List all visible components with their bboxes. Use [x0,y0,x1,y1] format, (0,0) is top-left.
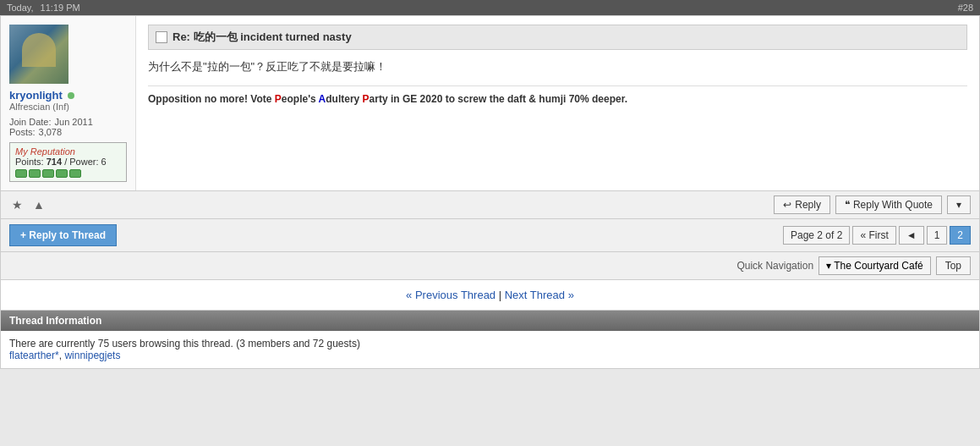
quote-icon: ❝ [845,199,850,211]
page-1-button[interactable]: 1 [927,226,948,245]
avatar-image [9,25,68,84]
reply-arrow-icon: ↩ [783,199,791,211]
time-display: 11:19 PM [41,3,80,13]
post-number: #28 [958,3,973,13]
user1-link[interactable]: flatearther* [9,350,59,361]
document-icon [156,31,167,43]
bottom-nav: + Reply to Thread Page 2 of 2 « First ◄ … [0,219,980,252]
posts-value: 3,078 [39,127,63,137]
post-actions-right: ↩ Reply ❝ Reply With Quote ▾ [774,195,971,214]
quick-nav: Quick Navigation ▾ The Courtyard Café To… [0,252,980,280]
page-of-label: Page 2 of 2 [791,229,842,241]
user-stats: Join Date: Jun 2011 Posts: 3,078 [9,117,127,137]
next-thread-link[interactable]: Next Thread » [505,289,574,301]
rep-points-row: Points: 714 / Power: 6 [15,157,121,167]
user-sidebar: kryonlight Alfrescian (Inf) Join Date: J… [1,16,136,190]
join-date-value: Jun 2011 [55,117,93,127]
thread-info-body: There are currently 75 users browsing th… [1,331,979,368]
sig-dultery: dultery [326,93,362,105]
sig-a: A [319,93,326,105]
quick-nav-label: Quick Navigation [736,260,813,272]
points-value: 714 [47,157,62,167]
top-bar: Today, 11:19 PM #28 [0,0,980,15]
rep-dots [15,169,121,178]
post-content: Re: 吃的一包 incident turned nasty 为什么不是"拉的一… [136,16,979,190]
post-title: Re: 吃的一包 incident turned nasty [172,30,352,45]
rep-dot-4 [56,169,68,178]
reply-label: Reply [795,199,821,211]
post-actions-bar: ★ ▲ ↩ Reply ❝ Reply With Quote ▾ [1,190,979,218]
thread-nav: « Previous Thread | Next Thread » [0,280,980,311]
quick-nav-dropdown-button[interactable]: ▾ The Courtyard Café [818,256,931,275]
sig-p1: P [275,93,282,105]
post-title-bar: Re: 吃的一包 incident turned nasty [148,25,967,50]
courtyard-cafe-label: ▾ The Courtyard Café [826,260,923,272]
previous-thread-link[interactable]: « Previous Thread [406,289,495,301]
reply-button[interactable]: ↩ Reply [774,195,830,214]
top-button[interactable]: Top [936,256,971,275]
reputation-box: My Reputation Points: 714 / Power: 6 [9,142,127,182]
post-text-main: 为什么不是"拉的一包"？反正吃了不就是要拉嘛！ [148,58,967,75]
page-2-button[interactable]: 2 [950,226,971,245]
user-title: Alfrescian (Inf) [9,102,127,112]
thread-info: Thread Information There are currently 7… [0,311,980,369]
reply-with-quote-button[interactable]: ❝ Reply With Quote [835,195,942,214]
first-page-button[interactable]: « First [852,226,895,245]
points-label: Points: [15,157,44,167]
reputation-label: My Reputation [15,146,121,157]
report-icon[interactable]: ▲ [31,197,47,212]
prev-page-button[interactable]: ◄ [899,226,924,245]
thread-nav-separator: | [499,289,505,301]
sig-arty: arty in GE 2020 to screw the daft & humj… [370,93,627,105]
sig-p2: P [363,93,370,105]
members-guests: (3 members and 72 guests) [236,338,360,350]
rep-dot-5 [69,169,81,178]
reply-to-thread-button[interactable]: + Reply to Thread [9,224,117,246]
today-label: Today, [7,3,34,13]
page-dropdown-button[interactable]: Page 2 of 2 [783,226,850,245]
avatar [9,25,68,84]
post-actions-left: ★ ▲ [9,197,47,212]
sig-start: Opposition no more! Vote [148,93,275,105]
star-icon[interactable]: ★ [9,197,25,212]
post-signature: Opposition no more! Vote People's Adulte… [148,85,967,105]
power-label: / Power: [64,157,101,167]
post-container: kryonlight Alfrescian (Inf) Join Date: J… [0,15,980,219]
more-icon: ▾ [956,199,961,211]
user2-link[interactable]: winnipegjets [64,350,120,361]
first-label: « First [860,229,888,241]
rep-dot-1 [15,169,27,178]
join-date-label: Join Date: [9,117,52,127]
browsing-text: There are currently 75 users browsing th… [9,338,233,350]
rep-dot-3 [42,169,54,178]
post-body: kryonlight Alfrescian (Inf) Join Date: J… [1,16,979,190]
rep-dot-2 [29,169,41,178]
thread-info-header: Thread Information [1,311,979,331]
more-options-button[interactable]: ▾ [947,195,971,214]
username[interactable]: kryonlight [9,89,63,102]
online-indicator [68,92,74,99]
posts-label: Posts: [9,127,36,137]
power-value: 6 [101,157,107,167]
sig-eoples: eople's [282,93,319,105]
reply-with-quote-label: Reply With Quote [853,199,933,211]
pagination: Page 2 of 2 « First ◄ 1 2 [783,226,971,245]
